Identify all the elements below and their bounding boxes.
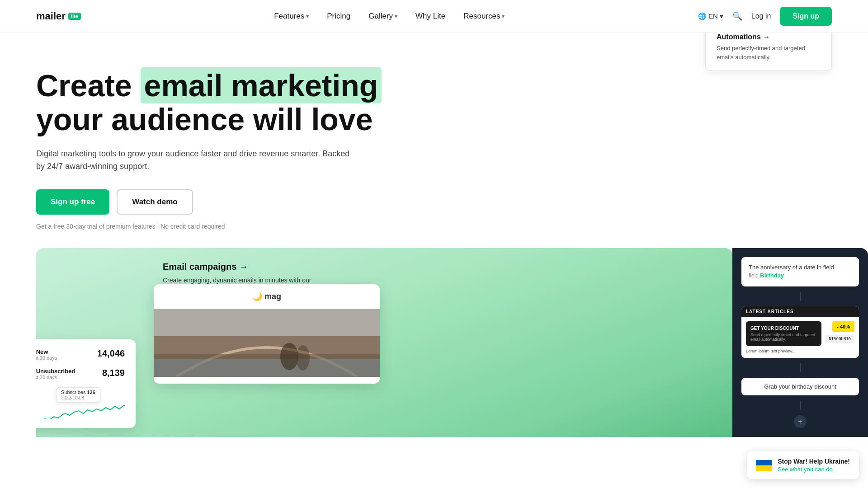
subscribers-chart xyxy=(36,401,125,419)
stat-new-label: New Last 30 days xyxy=(36,348,57,361)
automations-title: Automations → xyxy=(717,33,821,41)
nav-resources[interactable]: Resources ▾ xyxy=(463,12,505,21)
globe-icon: 🌐 xyxy=(698,12,707,20)
chart-area: Subscribes 126 2022-10-08 xyxy=(36,387,125,419)
discount-code: DISCOUN10 xyxy=(825,335,854,343)
bridge-illustration xyxy=(154,309,380,377)
chevron-down-icon: ▾ xyxy=(306,13,309,19)
svg-rect-3 xyxy=(154,359,380,377)
watch-demo-button[interactable]: Watch demo xyxy=(117,189,193,215)
stat-unsub-label: Unsubscribed Last 30 days xyxy=(36,368,75,380)
nav-gallery[interactable]: Gallery ▾ xyxy=(368,12,397,21)
flag-blue xyxy=(756,460,772,465)
flow-trigger-card: The anniversary of a date in field field… xyxy=(741,257,859,286)
hero-section: Create email marketing your audience wil… xyxy=(0,33,868,230)
search-button[interactable]: 🔍 xyxy=(732,11,742,21)
svg-point-5 xyxy=(280,343,298,370)
flow-email-card: LATEST ARTICLES GET YOUR DISCOUNT Send a… xyxy=(741,306,859,358)
flag-yellow xyxy=(756,465,772,471)
flow-email-header: LATEST ARTICLES xyxy=(741,306,859,317)
hero-highlight: email marketing xyxy=(141,67,382,103)
flow-email-main: GET YOUR DISCOUNT Send a perfectly-timed… xyxy=(746,321,821,353)
campaigns-title: Email campaigns → xyxy=(163,262,723,272)
email-preview: 🌙 mag xyxy=(154,284,380,384)
stat-unsub-value: 8,139 xyxy=(102,368,125,378)
hero-left: Create email marketing your audience wil… xyxy=(36,69,382,230)
stat-row-new: New Last 30 days 14,046 xyxy=(36,348,125,361)
signup-nav-button[interactable]: Sign up xyxy=(780,7,832,26)
flow-connector-2 xyxy=(800,363,801,372)
ukraine-link[interactable]: See what you can do xyxy=(778,466,832,473)
chevron-down-icon-2: ▾ xyxy=(395,13,397,19)
flow-connector-3 xyxy=(800,401,801,410)
stat-row-unsub: Unsubscribed Last 30 days 8,139 xyxy=(36,368,125,380)
nav-why-lite[interactable]: Why Lite xyxy=(415,12,445,21)
hero-buttons: Sign up free Watch demo xyxy=(36,189,382,215)
nav-links: Features ▾ Pricing Gallery ▾ Why Lite Re… xyxy=(274,12,505,21)
main-content: Email campaigns → Create engaging, dynam… xyxy=(0,248,868,436)
stats-card: New Last 30 days 14,046 Unsubscribed Las… xyxy=(36,339,136,428)
chevron-down-icon-lang: ▾ xyxy=(720,12,723,20)
ukraine-banner: Stop War! Help Ukraine! See what you can… xyxy=(747,451,859,479)
hero-title: Create email marketing your audience wil… xyxy=(36,69,382,136)
flow-email-content: GET YOUR DISCOUNT Send a perfectly-timed… xyxy=(741,317,859,358)
language-selector[interactable]: 🌐 EN ▾ xyxy=(698,12,723,20)
nav-right: 🌐 EN ▾ 🔍 Log in Sign up xyxy=(698,7,832,26)
logo[interactable]: mailerlite xyxy=(36,10,81,22)
flow-add-button[interactable]: + xyxy=(794,415,807,428)
logo-text: mailer xyxy=(36,10,66,22)
svg-rect-4 xyxy=(154,309,380,336)
ukraine-flag xyxy=(756,460,772,471)
nav-features[interactable]: Features ▾ xyxy=(274,12,309,21)
automation-panel: The anniversary of a date in field field… xyxy=(732,248,868,436)
logo-badge: lite xyxy=(68,13,81,20)
hero-subtitle: Digital marketing tools to grow your aud… xyxy=(36,147,353,174)
flow-discount-badge: - 40% xyxy=(832,321,854,332)
automations-desc: Send perfectly-timed and targeted emails… xyxy=(717,44,821,61)
chevron-down-icon-3: ▾ xyxy=(502,13,505,19)
hero-note: Get a free 30-day trial of premium featu… xyxy=(36,223,382,230)
nav-pricing[interactable]: Pricing xyxy=(327,12,350,21)
login-link[interactable]: Log in xyxy=(751,12,771,20)
flow-email-row: GET YOUR DISCOUNT Send a perfectly-timed… xyxy=(746,321,854,353)
green-section: Email campaigns → Create engaging, dynam… xyxy=(36,248,732,436)
email-preview-image xyxy=(154,309,380,377)
email-logo: 🌙 mag xyxy=(154,284,380,309)
chart-tooltip: Subscribes 126 2022-10-08 xyxy=(56,387,100,403)
navbar: mailerlite Features ▾ Pricing Gallery ▾ … xyxy=(0,0,868,33)
flow-connector-1 xyxy=(800,292,801,301)
signup-free-button[interactable]: Sign up free xyxy=(36,189,109,215)
flow-birthday-button[interactable]: Grab your birthday discount xyxy=(741,378,859,395)
ukraine-text: Stop War! Help Ukraine! See what you can… xyxy=(778,458,850,473)
stat-new-value: 14,046 xyxy=(97,348,125,359)
svg-point-6 xyxy=(296,345,310,371)
